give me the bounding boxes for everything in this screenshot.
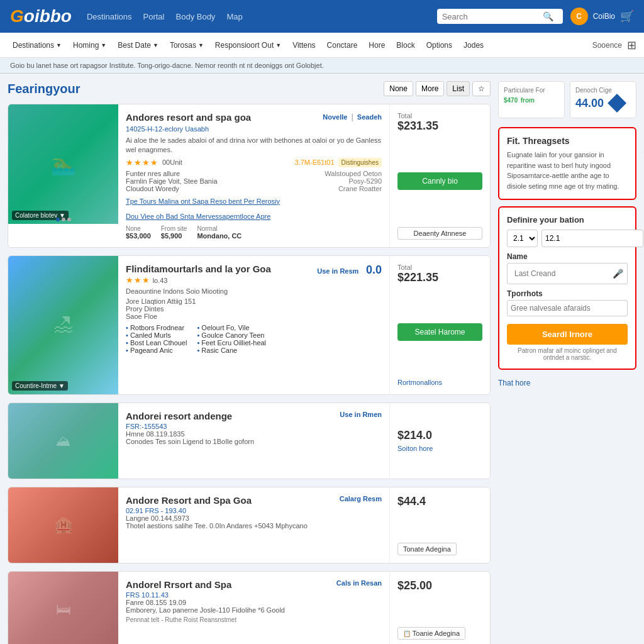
hotel-image-1[interactable]: 🏊 Colatore blotev ▼ [8,104,118,224]
view-more-button[interactable]: More [416,81,444,96]
hotel-card-3: ⛰ Andorei resort andenge Use in Rmen FSR… [8,402,491,479]
hotel-name-2: Flinditamourtarls and la yor Goa [126,264,271,274]
nav-link-portal[interactable]: Portal [143,12,165,21]
hotel-soiton-3[interactable]: Soiton hore [397,445,433,452]
grid-icon[interactable]: ⊞ [627,38,636,52]
search-bar: 🔍 [437,9,563,24]
red-arrow-icon: → [640,141,644,161]
price-normal-1: Normal Mondano, CC [197,225,242,240]
nav-link-map[interactable]: Map [226,12,242,21]
hotel-link1-5[interactable]: Cals in Resan [336,579,382,587]
hotel-header-4: Andore Resort and Spa Goa Calarg Resm [126,495,382,507]
top-nav-right: C CoiBio 🛒 [570,8,634,25]
hotel-rating-2: lo.43 [153,277,168,284]
diamond-icon [608,94,626,113]
define-select[interactable]: 2.12.22.53.0 [507,230,538,247]
detail-button-5[interactable]: 📋 Toanie Adegina [397,627,465,640]
hotel-info-3: Andorei resort andenge Use in Rmen FSR:-… [118,403,389,479]
define-box-title: Definire your bation [507,215,628,225]
amenity-2-5: Oelourt Fo, Vile [197,324,266,331]
hotel-link2-1[interactable]: Seadeh [357,113,382,121]
hotel-info-2: Flinditamourtarls and la yor Goa ★★★ lo.… [118,256,389,394]
hotel-price-5: $25.00 [397,579,432,592]
amenity-1-1: Funter nres allure [126,170,218,177]
sec-nav-conctare[interactable]: Conctare [322,33,363,58]
select-button-2[interactable]: Seatel Harome [397,323,482,341]
detail-button-1[interactable]: Deaenty Atnnese [397,227,482,240]
hotel-price-1: $231.35 [397,119,438,133]
sec-nav-responsioort[interactable]: Responsioort Out▼ [210,33,286,58]
logo[interactable]: Goibbo [10,6,72,26]
hotel-image-5[interactable]: 🛏 [8,572,118,644]
hotel-desc-4: Thotel aestions salihe Tee. 0.0In Andare… [126,522,382,530]
hotel-image-2[interactable]: 🏖 Countire-Intme ▼ [8,256,118,394]
hotel-link1-3[interactable]: Use in Rmen [340,411,382,418]
package-1-1[interactable]: Tpe Tours Malina ont Sapa Reso bent Per … [126,197,280,205]
cart-icon[interactable]: 🛒 [620,9,634,23]
sec-nav-torosas[interactable]: Torosas▼ [165,33,209,58]
image-dots-1 [56,218,71,221]
define-name-input[interactable] [511,266,613,281]
microphone-icon[interactable]: 🎤 [613,269,623,279]
hotel-link1-4[interactable]: Calarg Resm [340,495,382,502]
define-name-group: Name 🎤 [507,252,628,284]
hotel-name-1: Andores resort and spa goa [126,112,251,123]
breadcrumb: Goio bu lanet hase ort rapagsor Institut… [0,58,644,74]
price-from-box: Particulare For $470 from [498,81,565,118]
hotel-link1-1[interactable]: Novelle [323,113,347,121]
hotel-image-3[interactable]: ⛰ [8,403,118,479]
hotel-desc-1: Ai aloe the le sades abaloi of and drina… [126,136,382,155]
sec-nav-vittens[interactable]: Vittens [287,33,320,58]
sidebar-more-link[interactable]: That hore [498,379,636,387]
dot-1[interactable] [56,218,60,221]
nav-link-destinations[interactable]: Destinations [87,12,132,21]
sec-nav-block[interactable]: Block [391,33,419,58]
hotel-amenities-2: Rotbors Frodnear Canled Murls Bost Lean … [126,324,382,354]
dot-3[interactable] [67,218,71,221]
hotel-amenities-1: Funter nres allure Farnlin Faige Voit, S… [126,170,382,192]
search-input[interactable] [442,12,543,21]
fit-targets-title: Fit. Threagsets [507,136,628,146]
price-summary: Particulare For $470 from Denoch Cige 44… [498,81,636,118]
sec-nav-destinations[interactable]: Destinations▼ [8,33,67,58]
bookmark-button[interactable]: ☆ [472,81,491,96]
hotel-card-4: 🏨 Andore Resort and Spa Goa Calarg Resm … [8,487,491,564]
user-label: CoiBio [593,12,615,21]
hotel-header-1: Andores resort and spa goa 14025-H-12-ec… [126,112,382,133]
search-more-button[interactable]: Seardl Irnore [507,324,628,345]
page-title: Fearingyour [8,82,384,96]
main-layout: Fearingyour None More List ☆ 🏊 Colatore … [0,74,644,644]
sec-nav-bestdate[interactable]: Best Date▼ [113,33,164,58]
sec-nav-hore[interactable]: Hore [364,33,390,58]
detail-button-4[interactable]: Tonate Adegina [397,543,457,555]
hotel-image-4[interactable]: 🏨 [8,487,118,563]
user-avatar[interactable]: C [570,8,588,25]
sec-nav-homing[interactable]: Homing▼ [68,33,111,58]
sec-nav-options[interactable]: Options [421,33,457,58]
fit-targets-text: Eugnate laiin for your gansior in repari… [507,150,628,191]
search-icon[interactable]: 🔍 [543,11,553,21]
nav-link-bodybody[interactable]: Body Body [176,12,216,21]
hotel-link1-2[interactable]: Use in Resm [317,267,358,275]
right-info-1-1: Walstouped Oeton [325,170,382,177]
top-nav-links: Destinations Portal Body Body Map [87,12,437,21]
detail-link-2[interactable]: Rortmonallons [397,379,442,386]
dot-2[interactable] [62,218,65,221]
define-thoughts-input[interactable] [507,300,628,316]
sec-nav-jodes[interactable]: Jodes [458,33,489,58]
define-input-value[interactable] [541,230,643,247]
amenity-2-6: Goulce Canory Teen [197,331,266,339]
hotel-gallery-button-2[interactable]: Countire-Intme ▼ [12,381,68,391]
hotel-footer-1: None $53,000 From site $5,900 Normal Mon… [126,225,382,240]
view-list-button[interactable]: List [447,81,470,96]
sec-nav-sooence: Sooence [592,41,622,50]
hotel-phone-4: Langne 00.144,5973 [126,514,382,522]
define-form-row1: 2.12.22.53.0 [507,230,628,247]
package-1-2[interactable]: Dou Viee oh Bad Snta Mervessaperntloce A… [126,213,270,220]
select-button-1[interactable]: Cannly bio [397,172,482,190]
define-thoughts-label: Tporrhots [507,289,628,298]
hotel-price-4: $44.4 [397,495,426,508]
hotel-price-tag-1: 3.7M-E61t01 [295,158,335,166]
view-none-button[interactable]: None [384,81,413,96]
hotel-price-tag-2: 0.0 [366,264,382,276]
